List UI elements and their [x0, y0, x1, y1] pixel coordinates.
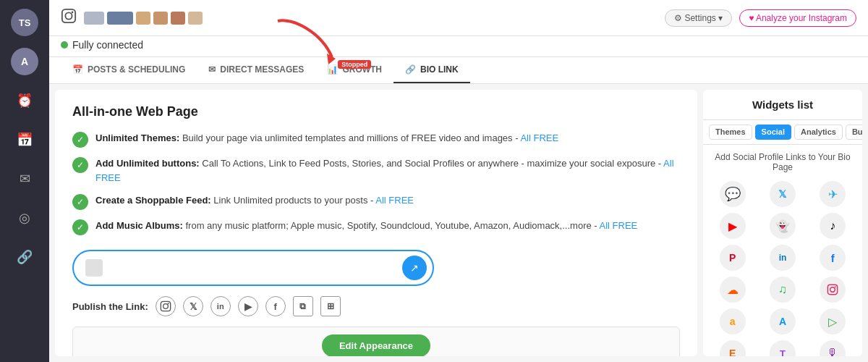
- facebook-icon[interactable]: f: [820, 245, 846, 271]
- connected-status-text: Fully connected: [72, 39, 143, 51]
- playstore-icon[interactable]: ▷: [820, 308, 846, 334]
- twitter-icon[interactable]: 𝕏: [770, 181, 796, 207]
- widget-tab-analytics[interactable]: Analytics: [794, 125, 843, 140]
- edit-appearance-box: Edit Appearance: [72, 327, 680, 356]
- connected-status-dot: [61, 41, 68, 49]
- sidebar-link-icon[interactable]: 🔗: [11, 243, 38, 271]
- publish-youtube-icon[interactable]: ▶: [238, 296, 258, 316]
- publish-linkedin-icon[interactable]: in: [210, 296, 231, 316]
- widgets-description: Add Social Profile Links to Your Bio Pag…: [710, 152, 855, 172]
- widgets-tabs: Themes Social Analytics Buttons▾ Inbox: [703, 120, 862, 145]
- url-favicon: [85, 259, 103, 277]
- widgets-body: Add Social Profile Links to Your Bio Pag…: [703, 145, 862, 356]
- sidebar-calendar-icon[interactable]: 📅: [11, 126, 38, 153]
- main-area: ⚙ Settings ▾ ♥ Analyze your Instagram Fu…: [49, 0, 868, 362]
- status-bar: Fully connected: [49, 36, 868, 57]
- ts-avatar[interactable]: TS: [11, 9, 38, 36]
- edit-appearance-button[interactable]: Edit Appearance: [322, 334, 430, 357]
- calendar-tab-icon: 📅: [72, 64, 83, 75]
- spotify-icon[interactable]: ♫: [770, 277, 796, 303]
- publish-qr-icon[interactable]: ⊞: [320, 296, 341, 316]
- widget-tab-buttons[interactable]: Buttons▾: [846, 125, 862, 140]
- pinterest-icon[interactable]: P: [720, 245, 746, 271]
- themes-free-link[interactable]: All FREE: [520, 132, 558, 143]
- sidebar-instagram-icon[interactable]: ◎: [11, 204, 38, 232]
- color-block-1: [84, 12, 104, 25]
- url-open-button[interactable]: ↗: [402, 256, 427, 280]
- color-block-2: [107, 12, 133, 25]
- youtube-icon[interactable]: ▶: [720, 213, 746, 239]
- feature-themes: ✓ Unlimited Themes: Build your page via …: [72, 131, 680, 148]
- svg-point-5: [163, 304, 168, 309]
- publish-instagram-icon[interactable]: [156, 296, 176, 316]
- tab-direct-messages[interactable]: ✉ DIRECT MESSAGES: [197, 57, 315, 83]
- color-block-5: [171, 12, 185, 25]
- analyze-instagram-button[interactable]: ♥ Analyze your Instagram: [739, 9, 856, 27]
- amazon-icon[interactable]: a: [720, 308, 746, 334]
- svg-point-9: [835, 286, 836, 287]
- widget-tab-themes[interactable]: Themes: [709, 125, 752, 140]
- publish-facebook-icon[interactable]: f: [265, 296, 286, 316]
- twitch-icon[interactable]: T: [770, 340, 796, 356]
- svg-point-6: [167, 303, 169, 304]
- url-bar: ↗: [72, 250, 434, 286]
- bio-link-panel: All-in-one Web Page ✓ Unlimited Themes: …: [55, 90, 697, 356]
- soundcloud-icon[interactable]: ☁: [720, 277, 746, 303]
- shoppable-free-link[interactable]: All FREE: [375, 195, 414, 206]
- publish-twitter-icon[interactable]: 𝕏: [183, 296, 203, 316]
- linkedin-icon[interactable]: in: [770, 245, 796, 271]
- feature-shoppable: ✓ Create a Shoppable Feed: Link Unlimite…: [72, 193, 680, 210]
- messenger-icon[interactable]: 💬: [720, 181, 746, 207]
- features-list: ✓ Unlimited Themes: Build your page via …: [72, 131, 680, 235]
- widgets-panel: Widgets list Themes Social Analytics But…: [703, 90, 862, 356]
- color-palette: [84, 12, 203, 25]
- topbar: ⚙ Settings ▾ ♥ Analyze your Instagram: [49, 0, 868, 36]
- svg-rect-0: [62, 9, 75, 22]
- check-icon-4: ✓: [72, 219, 88, 235]
- publish-row: Publish the Link: 𝕏 in ▶ f ⧉ ⊞: [72, 296, 680, 316]
- sidebar-clock-icon[interactable]: ⏰: [11, 87, 38, 114]
- feature-buttons-text: Add Unlimited buttons: Call To Actions, …: [95, 156, 680, 185]
- sidebar-send-icon[interactable]: ✉: [11, 165, 38, 193]
- tab-posts-scheduling[interactable]: 📅 POSTS & SCHEDULING: [61, 57, 197, 83]
- appstore-icon[interactable]: A: [770, 308, 796, 334]
- publish-copy-icon[interactable]: ⧉: [293, 296, 313, 316]
- telegram-icon[interactable]: ✈: [820, 181, 846, 207]
- biolink-tab-icon: 🔗: [405, 64, 416, 75]
- music-free-link[interactable]: All FREE: [600, 220, 638, 231]
- check-icon-2: ✓: [72, 157, 88, 173]
- content-area: All-in-one Web Page ✓ Unlimited Themes: …: [49, 84, 868, 362]
- svg-rect-4: [161, 301, 170, 311]
- sidebar: TS A ⏰ 📅 ✉ ◎ 🔗: [0, 0, 49, 362]
- svg-rect-7: [828, 285, 838, 294]
- stopped-badge: Stopped: [338, 60, 371, 69]
- instagram-small-icon[interactable]: [820, 277, 846, 303]
- widget-tab-social[interactable]: Social: [755, 125, 791, 140]
- panel-title: All-in-one Web Page: [72, 104, 680, 119]
- navigation-tabs: 📅 POSTS & SCHEDULING ✉ DIRECT MESSAGES S…: [49, 57, 868, 84]
- color-block-6: [188, 12, 203, 25]
- social-icons-grid: 💬 𝕏 ✈ ▶ 👻 ♪ P in f ☁ ♫: [710, 181, 855, 356]
- podcast-icon[interactable]: 🎙: [820, 340, 846, 356]
- svg-point-2: [72, 11, 74, 13]
- publish-label: Publish the Link:: [72, 301, 148, 312]
- a-avatar[interactable]: A: [11, 48, 38, 75]
- feature-shoppable-text: Create a Shoppable Feed: Link Unlimited …: [95, 193, 414, 208]
- color-block-4: [153, 12, 168, 25]
- tiktok-icon[interactable]: ♪: [820, 213, 846, 239]
- check-icon-1: ✓: [72, 132, 88, 148]
- svg-point-1: [65, 12, 72, 19]
- url-input[interactable]: [109, 263, 396, 274]
- growth-tab-icon: 📊: [327, 64, 338, 75]
- feature-themes-text: Unlimited Themes: Build your page via un…: [95, 131, 558, 146]
- check-icon-3: ✓: [72, 194, 88, 210]
- etsy-icon[interactable]: E: [720, 340, 746, 356]
- svg-point-8: [830, 287, 835, 292]
- tab-bio-link[interactable]: 🔗 BIO LINK: [393, 57, 470, 83]
- feature-music: ✓ Add Music Albums: from any music platf…: [72, 219, 680, 235]
- snapchat-icon[interactable]: 👻: [770, 213, 796, 239]
- color-block-3: [136, 12, 150, 25]
- messages-tab-icon: ✉: [208, 64, 216, 75]
- settings-button[interactable]: ⚙ Settings ▾: [665, 9, 732, 27]
- tab-growth[interactable]: Stopped 📊 GROWTH: [315, 57, 393, 83]
